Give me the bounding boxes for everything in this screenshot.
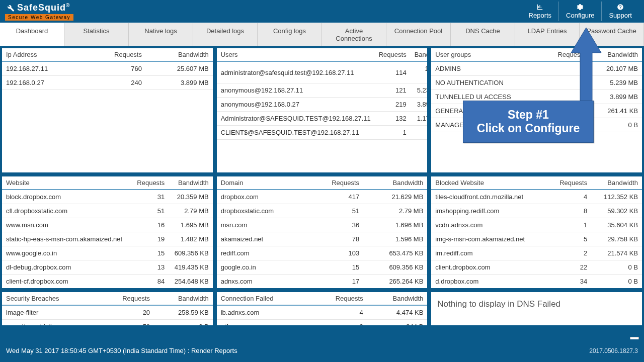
top-nav: Reports Configure Support bbox=[522, 2, 639, 21]
table-row[interactable]: anonymous@192.168.0.272193.899 MB bbox=[217, 98, 428, 112]
table-row[interactable]: administrator@safesquid.test@192.168.27.… bbox=[217, 61, 428, 83]
col-groups: User groups bbox=[431, 48, 542, 61]
table-row[interactable]: dl-debug.dropbox.com13419.435 KB bbox=[2, 260, 213, 275]
tab-config-logs[interactable]: Config logs bbox=[258, 23, 322, 46]
logo: SafeSquid® Secure Web Gateway bbox=[5, 3, 73, 21]
tab-bar: Dashboard Statistics Native logs Detaile… bbox=[0, 23, 644, 46]
table-row[interactable]: ADMINS20.107 MB bbox=[431, 61, 642, 76]
table-row[interactable]: msn.com361.696 MB bbox=[217, 218, 428, 232]
table-row[interactable]: vcdn.adnxs.com135.604 KB bbox=[431, 218, 642, 232]
table-row[interactable]: otf.msn.com3344 B bbox=[217, 320, 428, 326]
panel-connection-failed: Connection Failed Requests Bandwidth ib.… bbox=[217, 292, 428, 325]
table-row[interactable]: 192.168.27.1176025.607 MB bbox=[2, 61, 213, 76]
table-row[interactable]: Administrator@SAFESQUID.TEST@192.168.27.… bbox=[217, 112, 428, 126]
tab-native-logs[interactable]: Native logs bbox=[129, 23, 193, 46]
table-row[interactable]: cfl.dropboxstatic.com512.79 MB bbox=[2, 204, 213, 218]
table-row[interactable]: imshopping.rediff.com859.302 KB bbox=[431, 204, 642, 218]
gears-icon bbox=[577, 4, 584, 11]
table-row[interactable]: google.co.in15609.356 KB bbox=[217, 260, 428, 275]
help-icon bbox=[617, 4, 624, 11]
panel-blocked-website: Blocked Website Requests Bandwidth tiles… bbox=[431, 176, 642, 288]
table-row[interactable]: 192.168.0.272403.899 MB bbox=[2, 76, 213, 90]
table-row[interactable]: im.rediff.com221.574 KB bbox=[431, 246, 642, 260]
panel-website: Website Requests Bandwidth block.dropbox… bbox=[2, 176, 213, 288]
tab-active-connections[interactable]: Active Connections bbox=[322, 23, 386, 46]
table-row[interactable]: static-hp-eas-s-msn-com.akamaized.net191… bbox=[2, 232, 213, 246]
table-row[interactable]: d.dropbox.com340 B bbox=[431, 275, 642, 289]
chart-icon bbox=[536, 4, 543, 11]
table-row[interactable]: rediff.com103653.475 KB bbox=[217, 246, 428, 260]
panel-domain: Domain Requests Bandwidth dropbox.com417… bbox=[217, 176, 428, 288]
nav-configure[interactable]: Configure bbox=[558, 2, 602, 21]
table-row[interactable]: client-cf.dropbox.com84254.648 KB bbox=[2, 275, 213, 289]
table-row[interactable]: dropboxstatic.com512.79 MB bbox=[217, 204, 428, 218]
panel-security-breaches: Security Breaches Requests Bandwidth ima… bbox=[2, 292, 213, 325]
table-row[interactable]: akamaized.net781.596 MB bbox=[217, 232, 428, 246]
table-row[interactable]: dropbox.com41721.629 MB bbox=[217, 190, 428, 204]
status-text: Wed May 31 2017 18:50:45 GMT+0530 (India… bbox=[6, 347, 237, 354]
svg-marker-0 bbox=[571, 28, 601, 103]
col-users: Users bbox=[217, 48, 375, 61]
table-row[interactable]: block.dropbox.com3120.359 MB bbox=[2, 190, 213, 204]
table-row[interactable]: image-filter20258.59 KB bbox=[2, 305, 213, 320]
nav-reports[interactable]: Reports bbox=[522, 2, 559, 21]
col-ip: Ip Address bbox=[2, 48, 86, 61]
table-row[interactable]: client.dropbox.com220 B bbox=[431, 260, 642, 275]
tab-dashboard[interactable]: Dashboard bbox=[0, 23, 64, 46]
table-row[interactable]: adnxs.com17265.264 KB bbox=[217, 275, 428, 289]
tab-dns-cache[interactable]: DNS Cache bbox=[451, 23, 515, 46]
table-row[interactable]: www.msn.com161.695 MB bbox=[2, 218, 213, 232]
callout-line2: Click on Configure bbox=[467, 122, 589, 135]
brand-tagline: Secure Web Gateway bbox=[5, 14, 73, 21]
col-bandwidth: Bandwidth bbox=[146, 48, 213, 61]
table-row[interactable]: anonymous@192.168.27.111215.239 MB bbox=[217, 83, 428, 98]
table-row[interactable]: NO AUTHENTICATION5.239 MB bbox=[431, 76, 642, 90]
panel-users: Users Requests Bandwidth administrator@s… bbox=[217, 48, 428, 172]
version-text: 2017.0506.1827.3 bbox=[589, 347, 638, 354]
dashboard-grid: Ip Address Requests Bandwidth 192.168.27… bbox=[0, 46, 644, 325]
tab-statistics[interactable]: Statistics bbox=[64, 23, 129, 46]
table-row[interactable]: CLIENT$@SAFESQUID.TEST@192.168.27.1110 B bbox=[217, 126, 428, 140]
footer: Wed May 31 2017 18:50:45 GMT+0530 (India… bbox=[0, 339, 644, 362]
tutorial-callout: Step #1 Click on Configure bbox=[463, 101, 594, 143]
tab-connection-pool[interactable]: Connection Pool bbox=[386, 23, 451, 46]
panel-ip-address: Ip Address Requests Bandwidth 192.168.27… bbox=[2, 48, 213, 172]
callout-line1: Step #1 bbox=[467, 108, 589, 122]
nav-support[interactable]: Support bbox=[602, 2, 639, 21]
table-row[interactable]: www.google.co.in15609.356 KB bbox=[2, 246, 213, 260]
brand-name: SafeSquid® bbox=[17, 3, 70, 13]
table-row[interactable]: tiles-cloudfront.cdn.mozilla.net4112.352… bbox=[431, 190, 642, 204]
tab-detailed-logs[interactable]: Detailed logs bbox=[193, 23, 258, 46]
panel-dns-failed: Nothing to display in DNS Failed bbox=[431, 292, 642, 325]
col-requests: Requests bbox=[86, 48, 146, 61]
top-bar: SafeSquid® Secure Web Gateway Reports Co… bbox=[0, 0, 644, 23]
wrench-icon bbox=[5, 3, 15, 13]
empty-message: Nothing to display in DNS Failed bbox=[431, 292, 642, 316]
table-row[interactable]: img-s-msn-com.akamaized.net529.758 KB bbox=[431, 232, 642, 246]
table-row[interactable]: ib.adnxs.com44.474 KB bbox=[217, 305, 428, 320]
table-row[interactable]: security-restrictions580 B bbox=[2, 320, 213, 326]
